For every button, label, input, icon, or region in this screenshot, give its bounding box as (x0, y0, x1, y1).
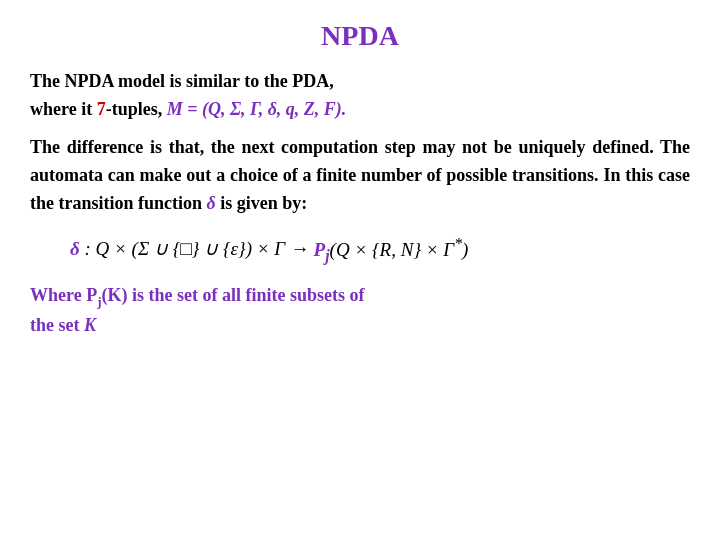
bottom-line1-prefix: Where P (30, 285, 97, 305)
formula-delta: δ (70, 239, 80, 260)
formula-body: : Q × (Σ ∪ {□} ∪ {ε}) × Γ → (84, 239, 313, 260)
p1-line2-suffix: -tuples, (106, 99, 167, 119)
paragraph-2: The difference is that, the next computa… (30, 134, 690, 218)
p2-end: is given by: (220, 193, 307, 213)
p1-line2-prefix: where it (30, 99, 97, 119)
formula-block: δ : Q × (Σ ∪ {□} ∪ {ε}) × Γ → Pj(Q × {R,… (70, 231, 690, 268)
page-title: NPDA (321, 20, 399, 52)
p1-line1: The NPDA model is similar to the PDA, (30, 71, 334, 91)
paragraph-1: The NPDA model is similar to the PDA, wh… (30, 68, 690, 124)
formula-pj: Pj (314, 239, 330, 260)
bottom-line1-cont: (K) is the set of all finite subsets of (102, 285, 365, 305)
p2-delta: δ (207, 193, 216, 213)
bottom-K: K (84, 315, 96, 335)
main-content: The NPDA model is similar to the PDA, wh… (30, 68, 690, 340)
p1-formula: M = (Q, Σ, Γ, δ, q, Z, F). (167, 99, 347, 119)
p2-text: The difference is that, the next computa… (30, 137, 690, 213)
formula-tail: (Q × {R, N} × Γ*) (330, 239, 469, 260)
bottom-line2-prefix: the set (30, 315, 84, 335)
p1-number-7: 7 (97, 99, 106, 119)
bottom-paragraph: Where Pj(K) is the set of all finite sub… (30, 282, 690, 340)
